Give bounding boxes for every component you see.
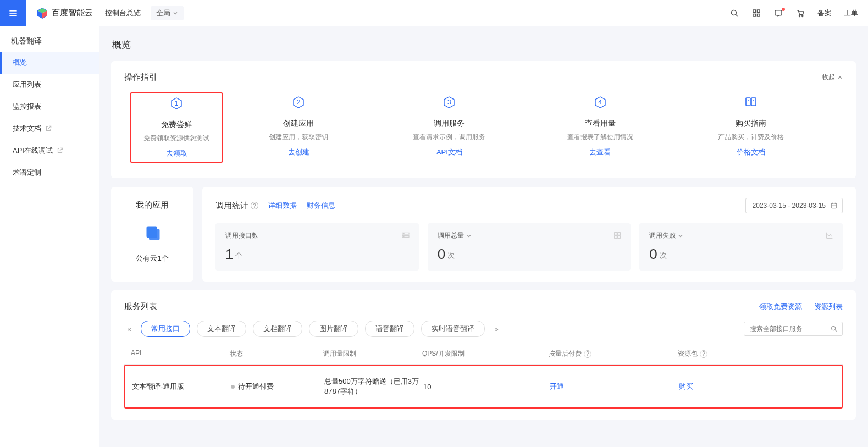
stats-detail-link[interactable]: 详细数据	[268, 201, 297, 211]
svg-rect-22	[746, 98, 750, 106]
ticket-link[interactable]: 工单	[844, 8, 858, 18]
row-purchase-link[interactable]: 购买	[679, 382, 693, 390]
stat-value: 0	[438, 246, 445, 263]
row-enable-link[interactable]: 开通	[550, 382, 564, 390]
svg-rect-37	[618, 233, 621, 235]
grid-icon	[751, 8, 761, 18]
tab-speech-translate[interactable]: 语音翻译	[365, 321, 414, 337]
scope-select[interactable]: 全局	[151, 6, 184, 20]
tab-text-translate[interactable]: 文本翻译	[197, 321, 246, 337]
svg-point-15	[802, 15, 803, 16]
service-search[interactable]	[744, 322, 843, 336]
chevron-down-icon[interactable]	[678, 233, 683, 239]
service-list-title: 服务列表	[124, 301, 157, 312]
step-number: 1	[170, 97, 183, 110]
brand-logo[interactable]: 百度智能云	[36, 7, 93, 19]
tab-image-translate[interactable]: 图片翻译	[309, 321, 358, 337]
topbar-actions: 备案 工单	[729, 8, 858, 18]
col-pkg: 资源包?	[678, 349, 836, 358]
guide-step-call-service: 3 调用服务 查看请求示例，调用服务 API文档	[374, 92, 524, 163]
page-title: 概览	[112, 38, 856, 51]
tab-common-api[interactable]: 常用接口	[141, 321, 190, 337]
svg-rect-12	[758, 14, 760, 16]
search-button[interactable]	[729, 8, 739, 18]
col-qps: QPS/并发限制	[422, 349, 549, 358]
tabs-scroll-right[interactable]: »	[491, 324, 501, 334]
external-link-icon	[56, 147, 64, 154]
stat-unit: 次	[660, 251, 667, 261]
col-api: API	[131, 349, 230, 358]
message-icon	[773, 8, 783, 18]
service-list-card: 服务列表 领取免费资源 资源列表 « 常用接口 文本翻译 文档翻译 图片翻译 语…	[111, 290, 856, 420]
chevron-up-icon	[837, 75, 843, 80]
scope-label: 全局	[156, 8, 170, 18]
sidebar-item-overview[interactable]: 概览	[0, 52, 99, 74]
sidebar-item-label: 概览	[13, 58, 27, 68]
stats-title: 调用统计 ?	[215, 201, 258, 211]
calendar-icon	[830, 202, 838, 209]
guide-step-free-trial: 1 免费尝鲜 免费领取资源供您测试 去领取	[130, 92, 223, 163]
help-icon[interactable]: ?	[584, 350, 591, 358]
svg-rect-28	[831, 203, 836, 208]
sidebar-item-apps[interactable]: 应用列表	[0, 74, 99, 96]
guide-collapse-button[interactable]: 收起	[822, 73, 843, 82]
tab-doc-translate[interactable]: 文档翻译	[253, 321, 302, 337]
topbar: 百度智能云 控制台总览 全局 备案 工单	[0, 0, 868, 26]
col-pay-label: 按量后付费	[549, 349, 582, 358]
step-title: 创建应用	[225, 119, 372, 129]
step-action-link[interactable]: 去创建	[225, 147, 372, 157]
sidebar-item-reports[interactable]: 监控报表	[0, 96, 99, 118]
help-icon[interactable]: ?	[700, 350, 707, 358]
console-title: 控制台总览	[105, 8, 141, 18]
layers-icon	[613, 231, 622, 240]
resource-list-link[interactable]: 资源列表	[814, 302, 843, 312]
stat-value: 0	[649, 246, 657, 263]
cart-button[interactable]	[795, 8, 805, 18]
stats-card: 调用统计 ? 详细数据 财务信息 2023-03-15 - 2023-03-15…	[202, 187, 856, 282]
collapse-label: 收起	[822, 73, 835, 82]
brand-name: 百度智能云	[52, 8, 93, 18]
svg-line-8	[736, 14, 738, 16]
row-qps: 10	[423, 383, 550, 391]
step-number: 4	[594, 96, 607, 109]
tab-realtime-speech[interactable]: 实时语音翻译	[421, 321, 485, 337]
tabs-scroll-left[interactable]: «	[124, 324, 134, 334]
col-pkg-label: 资源包	[678, 349, 698, 358]
free-resources-link[interactable]: 领取免费资源	[759, 302, 802, 312]
step-action-link[interactable]: 去领取	[133, 148, 220, 158]
guide-steps: 1 免费尝鲜 免费领取资源供您测试 去领取 2 创建应用 创建应用，获取密钥 去…	[124, 92, 843, 167]
svg-rect-27	[149, 229, 160, 240]
cart-icon	[795, 8, 805, 18]
col-pay: 按量后付费?	[549, 349, 678, 358]
sidebar-item-api-debug[interactable]: API在线调试	[0, 140, 99, 162]
guide-step-create-app: 2 创建应用 创建应用，获取密钥 去创建	[223, 92, 374, 163]
chevron-down-icon[interactable]	[466, 233, 472, 239]
stat-value: 1	[225, 246, 233, 263]
date-range-picker[interactable]: 2023-03-15 - 2023-03-15	[745, 198, 843, 213]
sidebar: 机器翻译 概览 应用列表 监控报表 技术文档 API在线调试 术语定制	[0, 26, 99, 447]
step-action-link[interactable]: 价格文档	[678, 147, 824, 157]
step-action-link[interactable]: API文档	[376, 147, 522, 157]
step-action-link[interactable]: 去查看	[527, 147, 673, 157]
row-api-name: 文本翻译-通用版	[132, 382, 231, 391]
service-search-input[interactable]	[750, 325, 827, 333]
stat-label: 调用接口数	[225, 231, 258, 240]
help-icon[interactable]: ?	[251, 202, 258, 209]
stat-card-interfaces: 调用接口数 1个	[215, 223, 419, 271]
col-limit: 调用量限制	[323, 349, 422, 358]
beian-link[interactable]: 备案	[817, 8, 832, 18]
sidebar-item-label: 技术文档	[13, 124, 41, 134]
apps-button[interactable]	[751, 8, 761, 18]
notifications-button[interactable]	[773, 8, 783, 18]
menu-toggle-button[interactable]	[0, 0, 26, 26]
app-stack-icon	[142, 224, 162, 244]
sidebar-item-terms[interactable]: 术语定制	[0, 162, 99, 184]
sidebar-item-label: 监控报表	[13, 102, 41, 112]
service-table-header: API 状态 调用量限制 QPS/并发限制 按量后付费? 资源包?	[124, 344, 843, 365]
svg-rect-39	[618, 236, 621, 239]
svg-rect-13	[775, 10, 782, 15]
sidebar-item-docs[interactable]: 技术文档	[0, 118, 99, 140]
guide-step-purchase: 购买指南 产品购买，计费及价格 价格文档	[676, 92, 826, 163]
stats-finance-link[interactable]: 财务信息	[307, 201, 335, 211]
svg-line-43	[835, 330, 837, 332]
